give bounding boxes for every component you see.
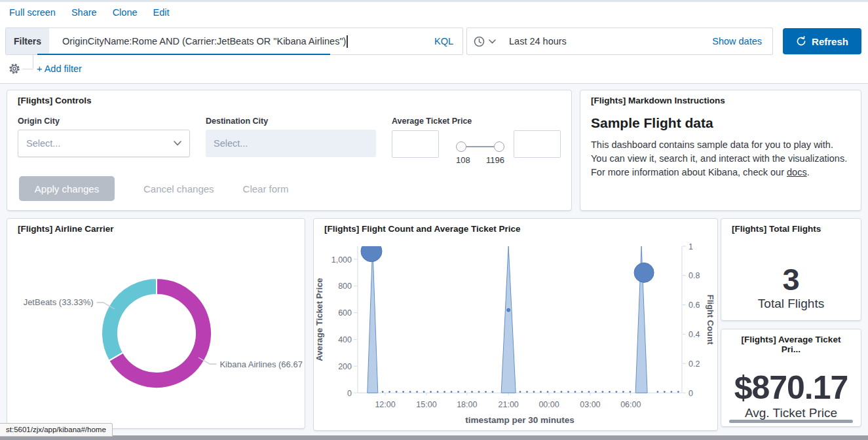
page-horizontal-scrollbar[interactable] [0, 435, 868, 440]
refresh-button[interactable]: Refresh [783, 28, 861, 54]
avg-ticket-price-label: Avg. Ticket Price [745, 406, 837, 420]
panel-title: [Flights] Markdown Instructions [580, 90, 861, 105]
average-ticket-price-label: Average Ticket Price [392, 117, 569, 126]
flight-count-spike[interactable] [501, 246, 516, 393]
zero-count-dot [616, 391, 618, 393]
markdown-heading: Sample Flight data [591, 115, 850, 131]
dashboard-top-nav: Full screen Share Clone Edit [9, 7, 170, 18]
cancel-changes-button[interactable]: Cancel changes [143, 183, 214, 194]
query-text: OriginCityName:Rome AND (Carrier:JetBeat… [62, 36, 346, 46]
right-tick-label: 0.4 [689, 330, 700, 339]
refresh-icon [796, 36, 806, 46]
zero-count-dot [464, 391, 466, 393]
kibana-dashboard: Full screen Share Clone Edit Filters Ori… [0, 0, 868, 440]
price-max-input[interactable] [514, 130, 561, 158]
slider-min-value: 108 [456, 155, 470, 165]
zero-count-dot [567, 391, 569, 393]
flight-count-spike[interactable] [368, 246, 378, 393]
destination-city-select[interactable]: Select... [206, 130, 376, 157]
x-tick-label: 00:00 [538, 400, 559, 409]
panel-flight-count-avg-price: [Flights] Flight Count and Average Ticke… [313, 218, 718, 431]
origin-city-label: Origin City [18, 117, 190, 126]
markdown-body: This dashboard contains sample data for … [591, 138, 852, 179]
text-caret [347, 35, 348, 48]
nav-share[interactable]: Share [71, 7, 97, 18]
slider-values: 108 1196 [456, 155, 504, 165]
zero-count-dot [664, 391, 666, 393]
zero-count-dot [656, 391, 658, 393]
add-filter-button[interactable]: + Add filter [37, 64, 82, 74]
zero-count-dot [457, 391, 459, 393]
zero-count-dot [471, 391, 473, 393]
zero-count-dot [519, 391, 521, 393]
zero-count-dot [540, 391, 542, 393]
apply-changes-button[interactable]: Apply changes [19, 176, 115, 201]
avg-price-marker[interactable] [361, 241, 382, 262]
markdown-text-end: . [807, 167, 810, 177]
zero-count-dot [561, 391, 563, 393]
zero-count-dot [575, 391, 576, 393]
date-picker-bar: Last 24 hours Show dates [466, 28, 773, 55]
filter-options-gear-button[interactable] [9, 63, 20, 75]
slider-handle-min[interactable] [456, 141, 466, 152]
kql-query-input[interactable]: OriginCityName:Rome AND (Carrier:JetBeat… [49, 28, 425, 54]
zero-count-dot [602, 391, 604, 393]
zero-count-dot [554, 391, 556, 393]
origin-city-control: Origin City Select... [18, 117, 190, 157]
panel-horizontal-scrollbar[interactable] [729, 420, 853, 423]
zero-count-dot [430, 391, 432, 393]
slice-callout-label: Kibana Airlines (66.67 [219, 359, 302, 369]
nav-full-screen[interactable]: Full screen [9, 7, 56, 18]
refresh-label: Refresh [812, 36, 848, 47]
nav-edit[interactable]: Edit [153, 7, 170, 18]
panel-flights-controls: [Flights] Controls Origin City Select...… [7, 90, 572, 211]
zero-count-dot [526, 391, 528, 393]
zero-count-dot [629, 391, 631, 393]
x-tick-label: 12:00 [375, 400, 395, 409]
x-tick-label: 18:00 [457, 400, 477, 409]
origin-city-select[interactable]: Select... [18, 130, 190, 157]
chevron-down-icon [174, 141, 181, 146]
panel-title: [Flights] Controls [7, 90, 571, 105]
quick-time-menu-button[interactable] [467, 28, 502, 54]
destination-city-placeholder: Select... [214, 138, 248, 149]
origin-city-placeholder: Select... [26, 138, 60, 149]
nav-clone[interactable]: Clone [113, 7, 138, 18]
right-tick-label: 0.6 [689, 301, 700, 310]
clear-form-button[interactable]: Clear form [243, 183, 289, 194]
x-tick-label: 03:00 [580, 400, 600, 409]
left-tick-label: 800 [338, 282, 352, 291]
right-tick-label: 0 [689, 389, 693, 398]
panel-markdown-instructions: [Flights] Markdown Instructions Sample F… [580, 90, 861, 211]
x-tick-label: 15:00 [416, 400, 436, 409]
destination-city-label: Destination City [206, 117, 376, 126]
slider-handle-max[interactable] [494, 141, 504, 152]
zero-count-dot [533, 391, 535, 393]
flight-count-price-chart[interactable]: 02004006008001,00000.20.40.60.8112:0015:… [314, 219, 719, 430]
right-tick-label: 0.2 [689, 359, 700, 369]
zero-count-dot [581, 391, 583, 393]
panel-total-flights: [Flights] Total Flights 3 Total Flights [721, 218, 861, 321]
avg-price-marker[interactable] [634, 263, 654, 282]
kql-syntax-button[interactable]: KQL [425, 28, 462, 54]
docs-link[interactable]: docs [787, 167, 807, 177]
price-min-input[interactable] [392, 130, 439, 158]
zero-count-dot [396, 391, 398, 393]
left-tick-label: 0 [347, 389, 352, 398]
right-axis-title: Flight Count [706, 295, 715, 345]
gear-icon [9, 63, 20, 75]
avg-price-marker[interactable] [507, 308, 510, 312]
zero-count-dot [416, 391, 418, 393]
zero-count-dot [451, 391, 453, 393]
time-range-value[interactable]: Last 24 hours [509, 36, 567, 46]
zero-count-dot [622, 391, 624, 393]
show-dates-button[interactable]: Show dates [712, 36, 772, 46]
avg-ticket-price-value: $870.17 [734, 371, 848, 404]
zero-count-dot [485, 391, 487, 393]
donut-slice-jetbeats[interactable] [102, 278, 157, 361]
left-tick-label: 400 [338, 335, 352, 344]
panel-average-ticket-price: [Flights] Average Ticket Pri... $870.17 … [721, 329, 861, 427]
right-tick-label: 1 [689, 242, 693, 251]
airline-carrier-donut-chart[interactable]: Kibana Airlines (66.67JetBeats (33.33%) [7, 219, 306, 428]
axis-lines [358, 246, 682, 393]
